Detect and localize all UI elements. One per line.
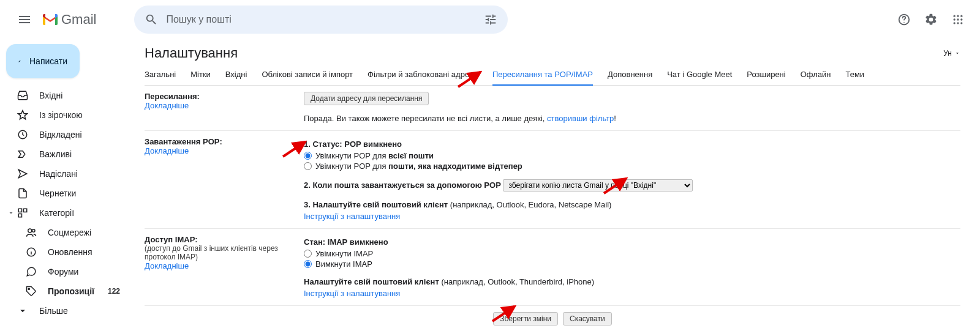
search-bar[interactable] bbox=[134, 6, 508, 34]
clock-icon bbox=[17, 129, 28, 140]
gear-icon bbox=[924, 13, 938, 26]
imap-disable-radio[interactable] bbox=[304, 260, 312, 268]
sidebar: Написати Вхідні Із зірочкою Відкладені В… bbox=[0, 39, 132, 331]
forum-icon bbox=[26, 266, 37, 277]
star-icon bbox=[17, 110, 28, 121]
svg-point-18 bbox=[28, 288, 29, 289]
settings-main: Налаштування Ун Загальні Мітки Вхідні Об… bbox=[132, 39, 980, 331]
svg-point-6 bbox=[957, 18, 959, 20]
apps-button[interactable] bbox=[946, 7, 970, 32]
compose-button[interactable]: Написати bbox=[6, 44, 80, 78]
header-right bbox=[892, 7, 970, 32]
pop-enable-all-option[interactable]: Увімкнути POP для всієї пошти bbox=[304, 151, 960, 160]
sidebar-item-sent[interactable]: Надіслані bbox=[5, 164, 127, 184]
imap-status: Стан: IMAP вимкнено bbox=[304, 237, 960, 247]
svg-point-4 bbox=[960, 15, 962, 17]
sidebar-item-forums[interactable]: Форуми bbox=[5, 262, 127, 281]
info-icon bbox=[26, 247, 37, 258]
svg-point-10 bbox=[960, 22, 962, 24]
people-icon bbox=[26, 227, 37, 238]
settings-button[interactable] bbox=[919, 7, 943, 32]
svg-point-2 bbox=[954, 15, 956, 17]
sidebar-item-important[interactable]: Важливі bbox=[5, 144, 127, 164]
forwarding-learn-more-link[interactable]: Докладніше bbox=[145, 101, 189, 110]
sidebar-item-more[interactable]: Більше bbox=[5, 301, 127, 321]
imap-disable-option[interactable]: Вимкнути IMAP bbox=[304, 259, 960, 269]
tab-inbox[interactable]: Вхідні bbox=[225, 65, 247, 85]
chevron-down-icon bbox=[954, 50, 960, 56]
search-options-button[interactable] bbox=[478, 7, 503, 32]
svg-point-9 bbox=[957, 22, 959, 24]
help-icon bbox=[897, 13, 911, 26]
sidebar-item-social[interactable]: Соцмережі bbox=[5, 223, 127, 242]
sidebar-item-updates[interactable]: Оновлення bbox=[5, 242, 127, 262]
imap-instructions-link[interactable]: Інструкції з налаштування bbox=[304, 289, 400, 298]
sidebar-item-categories[interactable]: Категорії bbox=[5, 203, 127, 223]
help-button[interactable] bbox=[892, 7, 916, 32]
tab-offline[interactable]: Офлайн bbox=[801, 65, 831, 85]
apps-grid-icon bbox=[952, 13, 964, 26]
important-icon bbox=[17, 149, 28, 160]
tab-filters[interactable]: Фільтри й заблоковані адреси bbox=[368, 65, 478, 85]
tab-advanced[interactable]: Розширені bbox=[747, 65, 785, 85]
inbox-icon bbox=[17, 90, 28, 101]
search-input[interactable] bbox=[164, 14, 478, 25]
add-forwarding-address-button[interactable]: Додати адресу для пересилання bbox=[304, 92, 429, 105]
svg-rect-14 bbox=[18, 214, 21, 217]
pop-section: Завантаження POP: Докладніше 1. Статус: … bbox=[145, 131, 960, 229]
tab-themes[interactable]: Теми bbox=[845, 65, 864, 85]
compose-label: Написати bbox=[29, 56, 67, 66]
svg-rect-13 bbox=[24, 209, 27, 212]
settings-tabs: Загальні Мітки Вхідні Облікові записи й … bbox=[145, 65, 960, 86]
pop-title: Завантаження POP: bbox=[145, 137, 292, 146]
pop-learn-more-link[interactable]: Докладніше bbox=[145, 146, 189, 155]
badge-count: 122 bbox=[108, 287, 120, 296]
gmail-logo-text: Gmail bbox=[61, 12, 96, 28]
pencil-icon bbox=[18, 54, 21, 68]
svg-point-8 bbox=[954, 22, 956, 24]
pop-status: 1. Статус: POP вимкнено bbox=[304, 139, 960, 149]
search-icon[interactable] bbox=[139, 7, 164, 32]
tag-icon bbox=[26, 286, 37, 297]
bottom-buttons: Зберегти зміни Скасувати bbox=[145, 306, 960, 331]
create-filter-link[interactable]: створивши фільтр bbox=[547, 114, 614, 123]
cancel-button[interactable]: Скасувати bbox=[563, 312, 612, 325]
chevron-down-icon bbox=[17, 305, 28, 316]
pop-enable-new-radio[interactable] bbox=[304, 162, 312, 170]
save-button[interactable]: Зберегти зміни bbox=[493, 312, 558, 325]
gmail-icon bbox=[42, 13, 59, 26]
pop-instructions-link[interactable]: Інструкції з налаштування bbox=[304, 212, 400, 221]
pop-action-select[interactable]: зберігати копію листа Gmail у папці "Вхі… bbox=[503, 179, 693, 192]
pop-step3: 3. Налаштуйте свій поштовий клієнт (напр… bbox=[304, 200, 960, 209]
svg-point-16 bbox=[32, 229, 36, 232]
tab-addons[interactable]: Доповнення bbox=[608, 65, 652, 85]
imap-learn-more-link[interactable]: Докладніше bbox=[145, 261, 189, 270]
tab-forwarding-pop-imap[interactable]: Пересилання та POP/IMAP bbox=[492, 65, 593, 85]
file-icon bbox=[17, 188, 28, 199]
sidebar-item-starred[interactable]: Із зірочкою bbox=[5, 105, 127, 125]
app-header: Gmail bbox=[0, 0, 980, 39]
main-menu-button[interactable] bbox=[10, 5, 39, 34]
labels-header: Мітки bbox=[5, 328, 132, 331]
imap-enable-option[interactable]: Увімкнути IMAP bbox=[304, 249, 960, 258]
tab-labels[interactable]: Мітки bbox=[190, 65, 211, 85]
sidebar-item-snoozed[interactable]: Відкладені bbox=[5, 125, 127, 144]
sidebar-item-drafts[interactable]: Чернетки bbox=[5, 184, 127, 203]
tab-accounts[interactable]: Облікові записи й імпорт bbox=[262, 65, 353, 85]
imap-title: Доступ IMAP: bbox=[145, 235, 292, 244]
category-icon bbox=[17, 207, 28, 218]
gmail-logo[interactable]: Gmail bbox=[42, 12, 96, 28]
language-selector[interactable]: Ун bbox=[943, 49, 960, 58]
imap-section: Доступ IMAP: (доступ до Gmail з інших кл… bbox=[145, 229, 960, 306]
page-title: Налаштування bbox=[145, 45, 238, 61]
pop-enable-all-radio[interactable] bbox=[304, 152, 312, 160]
hamburger-icon bbox=[17, 12, 32, 27]
tab-chat-meet[interactable]: Чат і Google Meet bbox=[667, 65, 732, 85]
tab-general[interactable]: Загальні bbox=[145, 65, 176, 85]
sidebar-item-inbox[interactable]: Вхідні bbox=[5, 86, 127, 105]
svg-point-15 bbox=[28, 229, 32, 232]
imap-enable-radio[interactable] bbox=[304, 250, 312, 258]
pop-enable-new-option[interactable]: Увімкнути POP для пошти, яка надходитиме… bbox=[304, 162, 960, 171]
sidebar-item-promotions[interactable]: Пропозиції 122 bbox=[5, 281, 127, 301]
forwarding-section: Пересилання: Докладніше Додати адресу дл… bbox=[145, 86, 960, 131]
